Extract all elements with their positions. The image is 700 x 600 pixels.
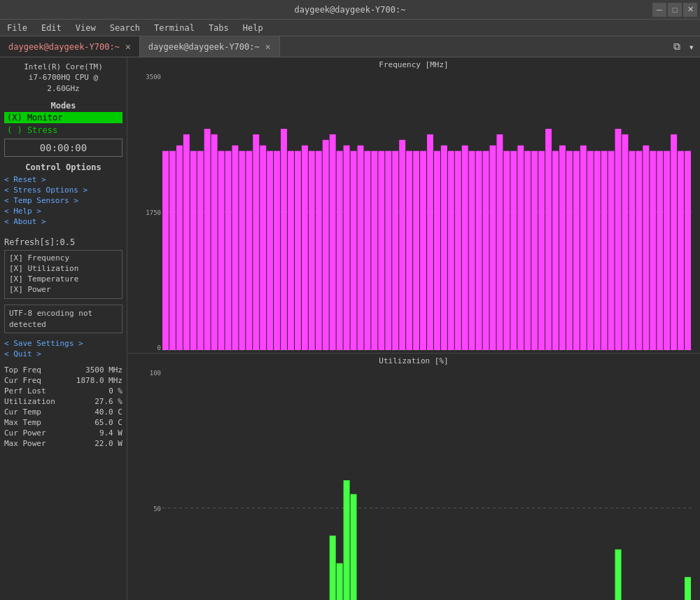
save-settings-link[interactable]: < Save Settings > [4,339,122,348]
tab-1-label: daygeek@daygeek-Y700:~ [8,42,120,52]
title-bar-controls: ─ □ ✕ [652,3,700,17]
menu-view[interactable]: View [71,22,100,34]
stat-max-power-label: Max Power [4,439,46,448]
checkboxes-box: [X] Frequency [X] Utilization [X] Temper… [4,250,122,299]
help-link[interactable]: < Help > [4,207,122,216]
tab-menu-icon[interactable]: ▾ [686,41,697,53]
stat-cur-temp: Cur Temp 40.0 C [4,407,122,417]
menu-help[interactable]: Help [239,22,267,34]
frequency-chart-section: Frequency [MHz] [127,57,700,354]
save-quit-links: < Save Settings > < Quit > [4,339,122,360]
stat-cur-freq-val: 1878.0 MHz [76,376,122,385]
stat-cur-power: Cur Power 9.4 W [4,428,122,438]
stat-utilization: Utilization 27.6 % [4,397,122,406]
menu-tabs[interactable]: Tabs [204,22,233,34]
utilization-chart-section: Utilization [%] [127,354,700,600]
stat-utilization-label: Utilization [4,397,55,406]
stat-top-freq-val: 3500 MHz [85,365,122,375]
menu-bar: File Edit View Search Terminal Tabs Help [0,20,700,36]
tab-bar: daygeek@daygeek-Y700:~ ✕ daygeek@daygeek… [0,36,700,57]
timer-display: 00:00:00 [4,139,122,157]
reset-link[interactable]: < Reset > [4,175,122,184]
close-button[interactable]: ✕ [683,3,697,17]
about-link[interactable]: < About > [4,217,122,226]
stat-top-freq: Top Freq 3500 MHz [4,365,122,375]
encoding-box: UTF-8 encoding not detected [4,305,122,333]
tab-actions: ⧉ ▾ [671,36,700,57]
menu-file[interactable]: File [3,22,31,34]
stat-cur-temp-val: 40.0 C [94,407,122,417]
control-links: < Reset > < Stress Options > < Temp Sens… [4,175,122,228]
tab-2[interactable]: daygeek@daygeek-Y700:~ ✕ [140,36,280,57]
utilization-chart-title: Utilization [%] [133,356,694,365]
tab-2-close[interactable]: ✕ [265,41,271,52]
checkbox-power[interactable]: [X] Power [9,285,118,294]
stat-cur-freq: Cur Freq 1878.0 MHz [4,376,122,385]
utilization-canvas [133,367,694,600]
temp-sensors-link[interactable]: < Temp Sensors > [4,196,122,205]
title-bar-text: daygeek@daygeek-Y700:~ [295,5,406,15]
tab-restore-icon[interactable]: ⧉ [671,41,683,53]
menu-search[interactable]: Search [106,22,144,34]
tab-1-close[interactable]: ✕ [125,41,131,52]
stat-max-temp: Max Temp 65.0 C [4,418,122,427]
stat-perf-lost-label: Perf Lost [4,386,46,396]
control-options-label: Control Options [4,162,122,172]
menu-edit[interactable]: Edit [37,22,66,34]
main-content: Intel(R) Core(TM) i7-6700HQ CPU @ 2.60GH… [0,57,700,600]
frequency-chart-inner [133,71,694,351]
tab-2-label: daygeek@daygeek-Y700:~ [148,42,260,52]
stat-cur-power-val: 9.4 W [99,428,122,438]
stat-max-temp-val: 65.0 C [94,418,122,427]
stat-perf-lost-val: 0 % [108,386,122,396]
stat-perf-lost: Perf Lost 0 % [4,386,122,396]
mode-monitor[interactable]: (X) Monitor [4,112,122,123]
minimize-button[interactable]: ─ [652,3,666,17]
stat-cur-power-label: Cur Power [4,428,46,438]
stat-top-freq-label: Top Freq [4,365,41,375]
menu-terminal[interactable]: Terminal [150,22,199,34]
refresh-label: Refresh[s]:0.5 [4,237,122,247]
stat-max-power: Max Power 22.0 W [4,439,122,448]
stat-cur-temp-label: Cur Temp [4,407,41,417]
sidebar: Intel(R) Core(TM) i7-6700HQ CPU @ 2.60GH… [0,57,127,600]
stat-utilization-val: 27.6 % [94,397,122,406]
tab-1[interactable]: daygeek@daygeek-Y700:~ ✕ [0,36,140,57]
quit-link[interactable]: < Quit > [4,349,122,358]
stat-max-temp-label: Max Temp [4,418,41,427]
stress-options-link[interactable]: < Stress Options > [4,186,122,195]
charts-area: Frequency [MHz] Utilization [%] Temperat… [127,57,700,600]
maximize-button[interactable]: □ [668,3,682,17]
stats-section: Top Freq 3500 MHz Cur Freq 1878.0 MHz Pe… [4,365,122,449]
stat-max-power-val: 22.0 W [94,439,122,448]
title-bar: daygeek@daygeek-Y700:~ ─ □ ✕ [0,0,700,20]
frequency-canvas [133,71,694,351]
checkbox-frequency[interactable]: [X] Frequency [9,253,118,263]
utilization-chart-inner [133,367,694,600]
mode-stress[interactable]: ( ) Stress [4,125,122,136]
modes-label: Modes [4,101,122,111]
stat-cur-freq-label: Cur Freq [4,376,41,385]
checkbox-utilization[interactable]: [X] Utilization [9,264,118,273]
cpu-info: Intel(R) Core(TM) i7-6700HQ CPU @ 2.60GH… [4,62,122,94]
checkbox-temperature[interactable]: [X] Temperature [9,274,118,284]
frequency-chart-title: Frequency [MHz] [133,60,694,69]
